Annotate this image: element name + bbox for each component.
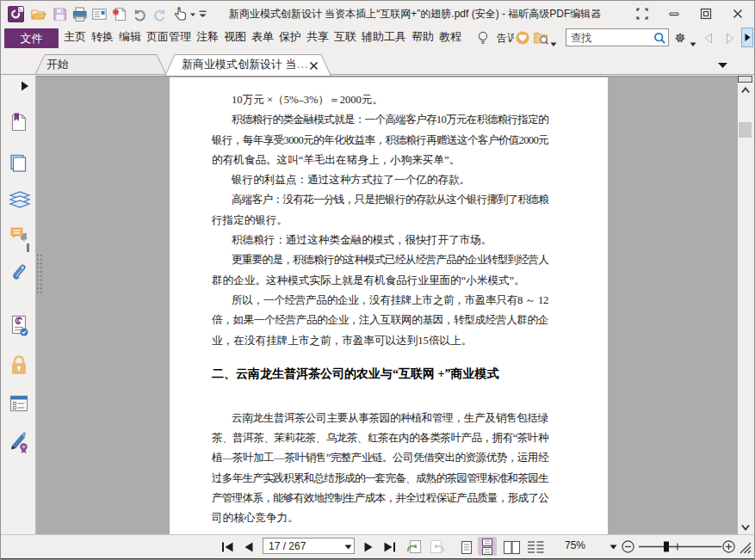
zoom-slider[interactable] [638,540,722,553]
status-bar: 17 / 267 [1,534,755,558]
create-pdf-icon[interactable] [111,6,127,22]
sidebar-item-handwriting-signatures[interactable] [9,430,29,451]
next-view-icon[interactable] [430,539,446,555]
minimize-icon[interactable] [668,8,680,20]
pdf-page[interactable]: 10万元 ×（5%–3%）＝2000元。积德粮行的类金融模式就是：一个高端客户存… [170,77,608,535]
email-icon[interactable] [91,6,108,22]
hand-tool-icon[interactable] [172,6,189,22]
vertical-scrollbar[interactable] [738,76,755,534]
page-text-line: 积德粮行：通过这种类金融的模式，很快打开了市场。 [212,231,548,250]
sidebar-item-digital-signatures[interactable] [9,314,29,335]
view-continuous-icon[interactable] [481,538,493,555]
expand-panel-icon[interactable] [20,80,30,92]
view-single-page-icon[interactable] [461,540,473,555]
settings-gear-icon[interactable] [673,31,687,48]
panel-splitter-handle[interactable] [37,255,42,293]
previous-view-icon[interactable] [405,539,422,555]
menu-item[interactable]: 帮助 [412,29,434,45]
sidebar-item-layers[interactable] [9,189,29,210]
menu-bar: 文件 主页转换编辑页面管理注释视图表单保护共享互联辅助工具帮助教程 告诉我 [1,24,754,50]
search-box [566,28,669,46]
panel-scroll-indicator [27,243,29,252]
sidebar-item-security[interactable] [9,354,29,375]
page-number-input[interactable]: 17 / 267 [263,538,355,554]
foxit-logo-icon [8,6,24,22]
scrollbar-split-button[interactable] [738,76,752,83]
last-page-icon[interactable] [383,542,396,552]
menu-item[interactable]: 教程 [439,29,461,45]
undo-icon[interactable] [132,6,148,22]
fullscreen-icon[interactable] [636,8,648,20]
page-text-line: 更重要的是，积德粮行的这种模式已经从经营产品的企业转型到经营人 [212,250,548,270]
scroll-down-icon[interactable] [741,524,750,531]
view-facing-icon[interactable] [504,540,520,555]
zoom-in-icon[interactable] [722,540,735,553]
page-text-line: 植—茶叶加工—茶叶销售”完整产业链。公司凭借突出的资源优势，运用经 [212,448,548,468]
page-text-line: 业，在没有挂牌上市之前，市盈率可以达到15倍以上。 [212,331,548,351]
open-icon[interactable] [30,6,46,22]
page-text-line: 10万元 ×（5%–3%）＝2000元。 [212,90,548,110]
page-text-line: 司的核心竞争力。 [212,508,548,528]
first-page-icon[interactable] [221,542,234,552]
resize-grip-icon[interactable] [739,541,752,554]
next-page-icon[interactable] [363,542,373,552]
search-input[interactable] [571,31,650,44]
menu-item[interactable]: 表单 [251,29,274,45]
menu-item[interactable]: 注释 [196,29,219,45]
sidebar-item-attachments[interactable] [9,262,29,282]
tell-me-bulb-icon[interactable] [477,31,489,48]
menu-item[interactable]: 页面管理 [146,29,191,45]
sidebar-item-fields[interactable] [9,393,29,414]
sidebar-item-page-thumbnails[interactable] [9,153,29,174]
restore-icon[interactable] [700,8,712,20]
file-menu-button[interactable]: 文件 [4,28,59,48]
page-text-line: 高端客户：没有花一分钱，只是把银行的存款从这个银行挪到了积德粮 [212,190,548,210]
zoom-slider-handle [664,542,669,552]
ribbon-next-icon[interactable] [726,32,734,47]
menu-item[interactable]: 编辑 [119,29,141,45]
scroll-up-icon[interactable] [741,87,750,94]
zoom-out-icon[interactable] [622,540,634,553]
page-heading: 二、云南龙生普洱茶公司的农业与“互联网 +”商业模式 [212,364,548,385]
menu-item[interactable]: 共享 [306,29,329,45]
window-title: 新商业模式创新设计 当资本插上“互联网+”的翅膀.pdf (安全) - 福昕高级… [229,7,601,22]
page-text: 10万元 ×（5%–3%）＝2000元。积德粮行的类金融模式就是：一个高端客户存… [212,90,548,529]
menu-item[interactable]: 保护 [279,29,301,45]
customize-quick-access-icon[interactable] [198,6,207,22]
ribbon-prev-icon[interactable] [704,32,713,47]
search-folder-dropdown-icon[interactable] [550,35,557,51]
menu-item[interactable]: 主页 [64,29,86,45]
page-text-line: 群的企业。这种模式实际上就是有机食品行业里面的“小米模式”。 [212,271,548,291]
page-number-dropdown-icon[interactable] [344,545,352,550]
sidebar-item-bookmarks[interactable] [9,112,29,132]
search-folder-icon[interactable] [533,30,550,49]
menu-item[interactable]: 互联 [334,29,356,45]
tab-list-dropdown-icon[interactable] [717,62,728,69]
view-continuous-facing-icon[interactable] [527,540,544,555]
settings-dropdown-icon[interactable] [690,35,696,51]
menu-item[interactable]: 视图 [224,29,246,45]
tell-me-label[interactable]: 告诉我 [497,31,514,46]
redo-icon[interactable] [152,6,168,22]
menu-item[interactable]: 转换 [91,29,114,45]
tab-document[interactable]: 新商业模式创新设计 当... [182,57,308,72]
prev-page-icon[interactable] [244,542,254,552]
zoom-dropdown-icon[interactable] [610,545,617,550]
search-icon[interactable] [653,32,666,45]
tab-start[interactable]: 开始 [46,57,69,72]
close-icon[interactable] [732,8,744,20]
hand-tool-dropdown-icon[interactable] [189,6,196,22]
menu-item[interactable]: 辅助工具 [362,29,406,45]
app-window: 新商业模式创新设计 当资本插上“互联网+”的翅膀.pdf (安全) - 福昕高级… [0,0,755,560]
page-text-line: 倍，如果一个经营产品的企业，注入互联网的基因，转型成经营人群的企 [212,311,548,330]
scrollbar-thumb[interactable] [739,122,752,138]
page-text-line: 所以，一个经营产品的企业，没有挂牌上市之前，市盈率只有8 ～ 12 [212,291,548,311]
save-icon[interactable] [52,6,68,22]
page-text-line: 产管理体系，能够有效地控制生产成本，并全过程保证产品质量，形成了公 [212,489,548,508]
favorite-heart-icon[interactable] [516,31,529,48]
expand-ribbon-button[interactable] [741,28,753,47]
zoom-value[interactable]: 75% [565,539,585,551]
sidebar-item-comments[interactable] [9,225,29,245]
tab-close-icon[interactable] [308,60,319,71]
print-icon[interactable] [71,6,88,22]
